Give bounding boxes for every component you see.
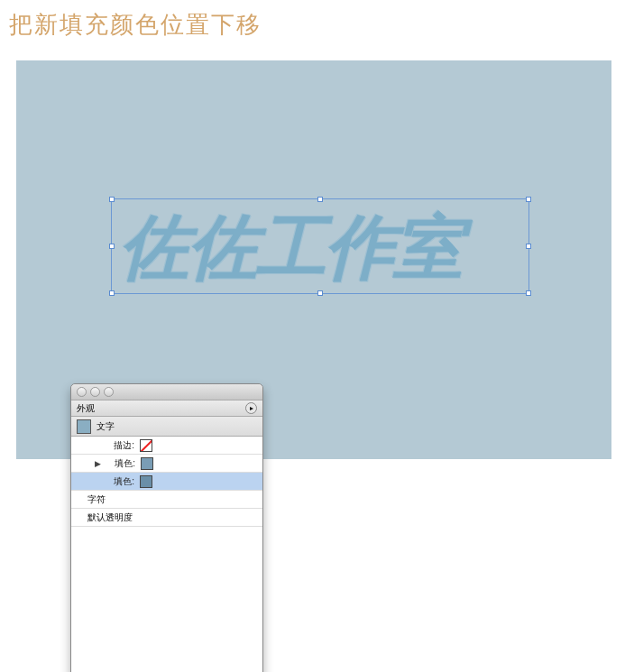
handle-bot-mid[interactable] xyxy=(317,290,323,296)
list-row-character[interactable]: 字符 xyxy=(71,491,262,509)
handle-mid-right[interactable] xyxy=(526,244,531,249)
row-label: 填色: xyxy=(107,475,134,488)
handle-top-mid[interactable] xyxy=(317,197,323,202)
handle-bot-right[interactable] xyxy=(526,290,531,296)
window-control-close[interactable] xyxy=(77,387,87,397)
handle-top-left[interactable] xyxy=(109,197,115,202)
fill-swatch-icon[interactable] xyxy=(141,457,153,470)
panel-titlebar[interactable] xyxy=(71,384,262,400)
list-row-stroke[interactable]: 描边: xyxy=(71,437,262,455)
window-control-max[interactable] xyxy=(104,387,114,397)
panel-object-header: 文字 xyxy=(71,417,262,437)
row-label: 描边: xyxy=(107,439,134,452)
handle-bot-left[interactable] xyxy=(109,290,115,296)
none-swatch-icon[interactable] xyxy=(140,439,152,452)
expand-triangle-icon[interactable]: ▶ xyxy=(95,459,101,468)
object-type-label: 文字 xyxy=(97,420,115,433)
list-row-opacity[interactable]: 默认透明度 xyxy=(71,509,262,527)
list-row-fill-1[interactable]: ▶ 填色: xyxy=(71,455,262,473)
handle-top-right[interactable] xyxy=(526,197,531,202)
row-label: 字符 xyxy=(87,493,106,506)
panel-tabs: 外观 ▸ xyxy=(71,400,262,417)
appearance-panel: 外观 ▸ 文字 描边: ▶ 填色: 填色: 字符 默认透明度 xyxy=(70,383,263,672)
appearance-list: 描边: ▶ 填色: 填色: 字符 默认透明度 xyxy=(71,437,262,672)
tab-appearance[interactable]: 外观 xyxy=(77,402,95,415)
row-label: 默认透明度 xyxy=(87,511,133,524)
handle-mid-left[interactable] xyxy=(109,244,115,249)
window-control-min[interactable] xyxy=(90,387,100,397)
row-label: 填色: xyxy=(108,457,135,470)
text-selection-box[interactable]: 佐佐工作室 xyxy=(111,198,529,294)
object-swatch-icon xyxy=(77,419,91,434)
artboard-text: 佐佐工作室 xyxy=(112,199,528,295)
list-row-fill-2[interactable]: 填色: xyxy=(71,473,262,491)
page-title: 把新填充颜色位置下移 xyxy=(0,0,625,44)
panel-menu-icon[interactable]: ▸ xyxy=(245,402,257,414)
fill-swatch-icon[interactable] xyxy=(140,475,152,488)
